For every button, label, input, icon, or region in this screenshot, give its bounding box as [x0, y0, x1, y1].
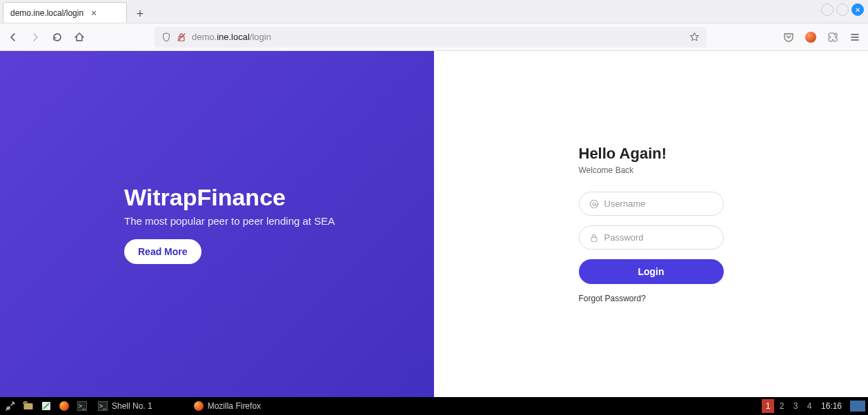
insecure-lock-icon[interactable] [177, 32, 186, 42]
workspace-4[interactable]: 4 [803, 399, 816, 413]
hero-subtitle: The most popular peer to peer lending at… [124, 215, 406, 227]
login-heading: Hello Again! [579, 145, 724, 163]
username-field-wrapper[interactable] [579, 192, 724, 216]
firefox-icon [194, 401, 204, 411]
browser-toolbar: demo.ine.local/login [0, 23, 868, 51]
svg-point-5 [590, 200, 598, 208]
forgot-password-link[interactable]: Forgot Password? [579, 294, 724, 303]
shield-icon[interactable] [161, 32, 171, 42]
workspace-2[interactable]: 2 [776, 399, 788, 413]
svg-point-6 [592, 202, 595, 205]
hero-title: WitrapFinance [124, 184, 406, 211]
pocket-icon[interactable] [782, 31, 795, 43]
home-button[interactable] [73, 31, 86, 43]
bookmark-star-icon[interactable] [689, 32, 700, 42]
new-tab-button[interactable]: + [131, 5, 149, 23]
terminal-launcher-icon[interactable]: >_ [75, 398, 90, 414]
username-input[interactable] [604, 199, 720, 209]
window-controls [821, 3, 864, 16]
reload-button[interactable] [51, 31, 63, 43]
lock-icon [589, 233, 599, 243]
terminal-icon: >_ [98, 401, 108, 411]
editor-launcher-icon[interactable] [39, 398, 54, 414]
desktop-panel: >_ >_ Shell No. 1 Mozilla Firefox 1 2 3 … [0, 397, 868, 415]
tab-close-icon[interactable]: × [89, 8, 99, 18]
workspace-3[interactable]: 3 [789, 399, 802, 413]
url-text: demo.ine.local/login [192, 32, 684, 42]
login-form: Hello Again! Welcome Back Login Forgot P… [579, 145, 724, 303]
workspace-1[interactable]: 1 [762, 399, 774, 413]
show-desktop-button[interactable] [850, 401, 865, 412]
svg-rect-9 [24, 403, 33, 409]
hero-panel: WitrapFinance The most popular peer to p… [0, 51, 434, 397]
tab-title: demo.ine.local/login [10, 8, 83, 18]
window-maximize-button[interactable] [836, 3, 849, 16]
taskbar-item-label: Mozilla Firefox [208, 401, 261, 411]
password-field-wrapper[interactable] [579, 225, 724, 250]
login-panel: Hello Again! Welcome Back Login Forgot P… [434, 51, 868, 397]
page-content: WitrapFinance The most popular peer to p… [0, 51, 868, 397]
file-manager-launcher-icon[interactable] [21, 398, 36, 414]
tools-launcher-icon[interactable] [3, 398, 18, 414]
app-menu-icon[interactable] [849, 31, 861, 43]
svg-rect-7 [591, 237, 597, 241]
browser-tab[interactable]: demo.ine.local/login × [3, 2, 127, 23]
forward-button[interactable] [29, 31, 41, 43]
taskbar-item-firefox[interactable]: Mozilla Firefox [188, 397, 266, 415]
taskbar-item-shell[interactable]: >_ Shell No. 1 [92, 397, 158, 415]
read-more-button[interactable]: Read More [124, 239, 201, 264]
url-bar[interactable]: demo.ine.local/login [155, 27, 707, 48]
browser-tabbar: demo.ine.local/login × + [0, 0, 868, 23]
extension-icon[interactable] [805, 31, 817, 43]
back-button[interactable] [7, 31, 19, 43]
login-welcome: Welcome Back [579, 165, 724, 175]
panel-clock[interactable]: 16:16 [817, 401, 846, 411]
login-button[interactable]: Login [579, 259, 724, 284]
window-minimize-button[interactable] [821, 3, 834, 16]
at-sign-icon [589, 199, 599, 209]
firefox-launcher-icon[interactable] [57, 398, 72, 414]
password-input[interactable] [604, 232, 720, 243]
extensions-puzzle-icon[interactable] [827, 31, 839, 43]
window-close-button[interactable] [851, 3, 864, 16]
taskbar-item-label: Shell No. 1 [112, 401, 152, 411]
